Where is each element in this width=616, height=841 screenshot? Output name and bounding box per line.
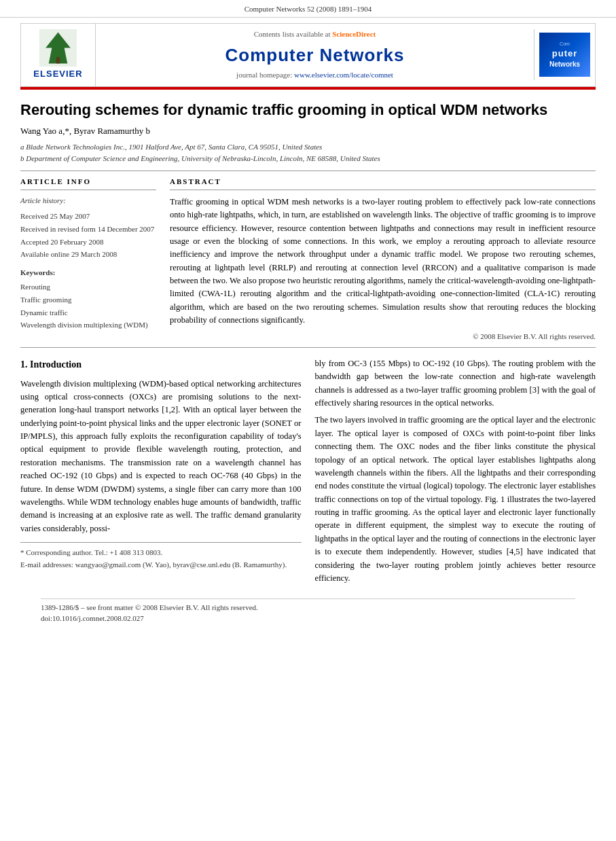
elsevier-tree-icon — [39, 29, 77, 67]
abstract-column: Abstract Traffic grooming in optical WDM… — [170, 177, 596, 342]
intro-right-text-2: The two layers involved in traffic groom… — [315, 414, 596, 585]
footer-issn: 1389-1286/$ – see front matter © 2008 El… — [41, 603, 575, 613]
intro-right-col: bly from OC-3 (155 Mbps) to OC-192 (10 G… — [315, 357, 596, 589]
affiliation-a: a Blade Network Technologies Inc., 1901 … — [20, 141, 596, 153]
keywords-list: Rerouting Traffic grooming Dynamic traff… — [20, 281, 156, 332]
red-accent-line — [20, 87, 596, 90]
abstract-heading: Abstract — [170, 177, 596, 190]
history-label: Article history: — [20, 196, 156, 206]
intro-left-text: Wavelength division multiplexing (WDM)-b… — [20, 378, 302, 536]
article-title: Rerouting schemes for dynamic traffic gr… — [20, 101, 596, 120]
article-content: Rerouting schemes for dynamic traffic gr… — [20, 101, 596, 624]
article-authors: Wang Yao a,*, Byrav Ramamurthy b — [20, 125, 596, 137]
journal-homepage: journal homepage: www.elsevier.com/locat… — [236, 70, 393, 80]
abstract-text: Traffic grooming in optical WDM mesh net… — [170, 196, 596, 327]
logo-com: Com — [560, 41, 570, 48]
sciencedirect-link[interactable]: ScienceDirect — [332, 30, 376, 38]
introduction-section: 1. Introduction Wavelength division mult… — [20, 357, 596, 589]
date-revised: Received in revised form 14 December 200… — [20, 223, 156, 236]
affiliations: a Blade Network Technologies Inc., 1901 … — [20, 141, 596, 164]
divider-bottom — [20, 347, 596, 348]
keyword-4: Wavelength division multiplexing (WDM) — [20, 319, 156, 332]
intro-left-col: 1. Introduction Wavelength division mult… — [20, 357, 302, 589]
keyword-1: Rerouting — [20, 281, 156, 293]
keyword-2: Traffic grooming — [20, 293, 156, 306]
affiliation-b: b Department of Computer Science and Eng… — [20, 153, 596, 164]
copyright: © 2008 Elsevier B.V. All rights reserved… — [170, 332, 596, 342]
elsevier-logo-section: ELSEVIER — [21, 24, 96, 86]
journal-logo-box: Com puter Networks — [539, 33, 590, 77]
keywords-heading: Keywords: — [20, 268, 156, 278]
journal-header: ELSEVIER Contents lists available at Sci… — [20, 23, 596, 86]
journal-citation: Computer Networks 52 (2008) 1891–1904 — [244, 5, 372, 13]
keywords-section: Keywords: Rerouting Traffic grooming Dyn… — [20, 268, 156, 332]
intro-title: 1. Introduction — [20, 357, 302, 372]
divider-top — [20, 171, 596, 171]
footnote-section: * Corresponding author. Tel.: +1 408 313… — [20, 542, 302, 571]
svg-rect-2 — [56, 58, 60, 64]
intro-right-text-1: bly from OC-3 (155 Mbps) to OC-192 (10 G… — [315, 357, 596, 410]
info-abstract-section: Article Info Article history: Received 2… — [20, 177, 596, 342]
article-info-column: Article Info Article history: Received 2… — [20, 177, 156, 342]
journal-citation-bar: Computer Networks 52 (2008) 1891–1904 — [0, 0, 616, 18]
footer-doi: doi:10.1016/j.comnet.2008.02.027 — [41, 613, 575, 624]
page-wrapper: Computer Networks 52 (2008) 1891–1904 EL… — [0, 0, 616, 841]
corresponding-author-note: * Corresponding author. Tel.: +1 408 313… — [20, 547, 302, 559]
footer-bar: 1389-1286/$ – see front matter © 2008 El… — [41, 598, 575, 624]
email-note: E-mail addresses: wangyao@gmail.com (W. … — [20, 559, 302, 571]
logo-networks: Networks — [549, 60, 580, 69]
date-online: Available online 29 March 2008 — [20, 248, 156, 261]
journal-logo-section: Com puter Networks — [534, 29, 595, 80]
elsevier-text: ELSEVIER — [33, 68, 82, 80]
sciencedirect-line: Contents lists available at ScienceDirec… — [254, 29, 376, 39]
article-info-heading: Article Info — [20, 177, 156, 190]
elsevier-logo: ELSEVIER — [33, 29, 82, 80]
keyword-3: Dynamic traffic — [20, 306, 156, 319]
article-dates: Received 25 May 2007 Received in revised… — [20, 210, 156, 261]
homepage-url[interactable]: www.elsevier.com/locate/comnet — [294, 71, 393, 79]
date-accepted: Accepted 20 February 2008 — [20, 236, 156, 249]
journal-header-center: Contents lists available at ScienceDirec… — [96, 24, 534, 86]
date-received: Received 25 May 2007 — [20, 210, 156, 223]
logo-puter: puter — [552, 48, 578, 60]
journal-title: Computer Networks — [225, 43, 404, 67]
